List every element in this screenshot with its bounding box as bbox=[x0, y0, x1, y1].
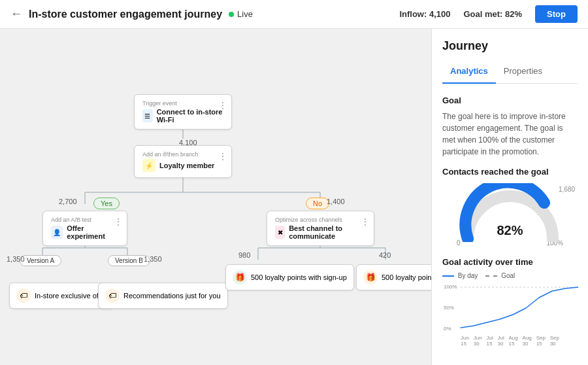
optimize-icon: ✖ bbox=[275, 226, 285, 239]
ab-title: Offer experiment bbox=[67, 224, 119, 240]
tab-analytics[interactable]: Analytics bbox=[442, 61, 496, 84]
offer2-icon: 🏷 bbox=[105, 288, 120, 303]
svg-text:100%: 100% bbox=[444, 284, 457, 290]
trigger-icon: ☰ bbox=[142, 109, 153, 122]
live-badge: Live bbox=[229, 9, 253, 19]
svg-text:50%: 50% bbox=[444, 305, 454, 311]
back-button[interactable]: ← bbox=[10, 7, 22, 21]
offer2-label: Recommendations just for you bbox=[123, 292, 221, 300]
line-chart: 100% 50% 0% Jun15 Jun30 Jul15 Jul30 Aug1… bbox=[442, 283, 578, 336]
live-dot-icon bbox=[229, 12, 234, 17]
loyalty2-label: 500 loyalty points with sign-up bbox=[382, 273, 431, 281]
branch-icon: ⚡ bbox=[142, 159, 155, 172]
page-title: In-store customer engagement journey bbox=[29, 9, 222, 20]
no-badge: No bbox=[306, 198, 329, 209]
ab-test-node: Add an A/B test 👤 Offer experiment ⋮ bbox=[42, 211, 127, 246]
chart-x-labels: Jun15 Jun30 Jul15 Jul30 Aug15 Aug30 Sep1… bbox=[442, 335, 578, 347]
optimize-label: Optimize across channels bbox=[275, 217, 366, 223]
branch-more-icon[interactable]: ⋮ bbox=[218, 151, 227, 162]
activity-section-title: Goal activity over time bbox=[442, 257, 578, 267]
legend-goal: Goal bbox=[485, 272, 515, 279]
panel-tabs: Analytics Properties bbox=[442, 61, 578, 84]
header-stats: Inflow: 4,100 Goal met: 82% Stop bbox=[399, 5, 578, 23]
contacts-section-title: Contacts reached the goal bbox=[442, 167, 578, 177]
count-ab-right: 1,350 bbox=[144, 255, 162, 263]
gauge-value: 82% bbox=[497, 223, 523, 238]
right-panel: Journey Analytics Properties Goal The go… bbox=[431, 29, 588, 365]
branch-label: Add an if/then branch bbox=[142, 151, 223, 158]
ab-more-icon[interactable]: ⋮ bbox=[114, 217, 123, 227]
count-opt-right: 420 bbox=[379, 251, 391, 259]
tab-properties[interactable]: Properties bbox=[496, 61, 550, 84]
activity-chart-svg: 100% 50% 0% bbox=[442, 283, 578, 332]
offer1-icon: 🏷 bbox=[16, 288, 31, 303]
trigger-label: Trigger event bbox=[142, 100, 223, 107]
ab-label: Add an A/B test bbox=[51, 217, 119, 223]
count-no: 1,400 bbox=[327, 198, 345, 205]
optimize-more-icon[interactable]: ⋮ bbox=[361, 217, 370, 227]
panel-body: Goal The goal here is to improve in-stor… bbox=[432, 84, 588, 365]
version-a-badge: Version A bbox=[20, 255, 61, 266]
journey-canvas: Trigger event ☰ Connect to in-store Wi-F… bbox=[0, 29, 431, 365]
goal-met-stat: Goal met: 82% bbox=[463, 9, 522, 19]
offer1-label: In-store exclusive offer bbox=[35, 292, 106, 300]
legend-by-day: By day bbox=[442, 272, 478, 279]
inflow-stat: Inflow: 4,100 bbox=[399, 9, 450, 19]
svg-text:0%: 0% bbox=[444, 326, 451, 332]
trigger-more-icon[interactable]: ⋮ bbox=[218, 100, 227, 111]
main-content: Trigger event ☰ Connect to in-store Wi-F… bbox=[0, 29, 588, 365]
loyalty2-icon: 🎁 bbox=[363, 270, 378, 285]
loyalty1-icon: 🎁 bbox=[233, 270, 247, 285]
trigger-title: Connect to in-store Wi-Fi bbox=[157, 108, 223, 124]
branch-title: Loyalty member bbox=[159, 162, 214, 169]
goal-section-text: The goal here is to improve in-store cus… bbox=[442, 111, 578, 158]
action-offer2: 🏷 Recommendations just for you bbox=[98, 283, 228, 309]
action-loyalty2: 🎁 500 loyalty points with sign-up bbox=[356, 264, 431, 290]
count-ab-left: 1,350 bbox=[7, 255, 25, 263]
ab-icon: 👤 bbox=[51, 226, 63, 239]
trigger-node: Trigger event ☰ Connect to in-store Wi-F… bbox=[134, 94, 232, 130]
header: ← In-store customer engagement journey L… bbox=[0, 0, 588, 29]
optimize-node: Optimize across channels ✖ Best channel … bbox=[267, 211, 374, 246]
branch-node: Add an if/then branch ⚡ Loyalty member ⋮ bbox=[134, 145, 232, 178]
panel-header: Journey Analytics Properties bbox=[432, 29, 588, 84]
count-opt-left: 980 bbox=[238, 251, 250, 259]
yes-badge: Yes bbox=[93, 198, 120, 209]
goal-section-title: Goal bbox=[442, 96, 578, 105]
loyalty1-label: 500 loyalty points with sign-up bbox=[251, 273, 347, 281]
stop-button[interactable]: Stop bbox=[535, 5, 578, 23]
live-label: Live bbox=[237, 9, 253, 19]
panel-title: Journey bbox=[442, 39, 578, 53]
connectors-svg bbox=[0, 29, 431, 365]
count-yes: 2,700 bbox=[59, 198, 77, 205]
action-loyalty1: 🎁 500 loyalty points with sign-up bbox=[225, 264, 354, 290]
optimize-title: Best channel to communicate bbox=[289, 224, 366, 240]
chart-legend: By day Goal bbox=[442, 272, 578, 279]
gauge-top-number: 1,680 bbox=[559, 186, 575, 193]
